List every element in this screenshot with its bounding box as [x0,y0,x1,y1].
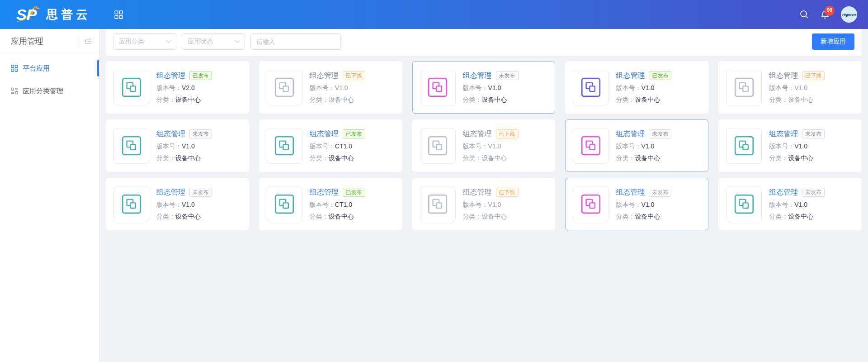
avatar[interactable]: Hignton [841,6,857,23]
version-value: V1.0 [182,143,195,150]
version-row: 版本号：V1.0 [616,143,671,151]
app-title-link[interactable]: 组态管理 [616,71,645,81]
category-label: 分类： [156,96,175,103]
filter-toolbar: 应用分类 应用状态 新增应用 [106,28,862,56]
app-icon-box [267,186,302,222]
app-title-link[interactable]: 组态管理 [310,188,339,197]
version-row: 版本号：V1.0 [616,84,671,92]
app-card-body: 组态管理 已发布 版本号：CT1.0 分类：设备中心 [310,188,365,221]
version-value: V1.0 [488,84,501,91]
app-title-link[interactable]: 组态管理 [769,188,798,197]
category-value: 设备中心 [329,154,354,162]
sidebar: 应用管理 平台应用 [0,29,99,362]
app-card[interactable]: 组态管理 已发布 版本号：V1.0 分类：设备中心 [565,61,708,114]
svg-text:SP: SP [16,6,37,23]
app-icon-box [113,128,149,164]
app-icon-box [726,186,762,222]
app-card-body: 组态管理 未发布 版本号：V1.0 分类：设备中心 [769,188,825,221]
overlapping-squares-icon [273,76,296,99]
category-row: 分类：设备中心 [769,213,825,221]
app-card[interactable]: 组态管理 已下线 版本号：V1.0 分类：设备中心 [412,178,556,230]
app-card[interactable]: 组态管理 已发布 版本号：V2.0 分类：设备中心 [106,61,249,114]
category-list-icon [11,87,18,95]
app-title-link[interactable]: 组态管理 [769,71,798,81]
app-icon-box [726,128,762,164]
status-badge: 已下线 [496,188,519,197]
apps-grid-icon[interactable] [114,10,123,19]
app-title-link[interactable]: 组态管理 [463,188,492,197]
notification-count-badge: 99 [825,6,835,16]
app-title-link[interactable]: 组态管理 [156,129,185,139]
brand-name: 思普云 [46,7,91,23]
app-icon-box [420,70,456,105]
search-icon[interactable] [799,10,809,19]
category-value: 设备中心 [788,154,813,162]
grid-icon [11,65,18,72]
sidebar-menu: 平台应用 应用分类管理 [0,53,99,102]
app-card-body: 组态管理 已下线 版本号：V1.0 分类：设备中心 [463,188,519,221]
brand-logo[interactable]: SP 思普云 [14,5,91,24]
app-category-select[interactable]: 应用分类 [113,33,176,50]
avatar-label: Hignton [842,13,856,17]
status-badge: 未发布 [802,129,825,138]
category-label: 分类： [616,154,635,162]
status-badge: 已发布 [343,188,365,197]
category-value: 设备中心 [635,96,660,103]
app-title-link[interactable]: 组态管理 [156,71,185,81]
app-title-link[interactable]: 组态管理 [769,129,798,139]
category-label: 分类： [616,213,635,220]
app-status-select[interactable]: 应用状态 [182,33,245,50]
app-status-select-value: 应用状态 [188,38,213,46]
app-card[interactable]: 组态管理 已发布 版本号：CT1.0 分类：设备中心 [259,119,402,172]
category-row: 分类：设备中心 [463,96,519,104]
version-label: 版本号： [616,201,641,208]
app-icon-box [573,186,609,222]
app-card[interactable]: 组态管理 已下线 版本号：V1.0 分类：设备中心 [718,61,862,114]
app-card[interactable]: 组态管理 未发布 版本号：V1.0 分类：设备中心 [106,178,249,230]
app-card[interactable]: 组态管理 未发布 版本号：V1.0 分类：设备中心 [565,178,708,230]
app-title-link[interactable]: 组态管理 [616,129,645,139]
app-title-link[interactable]: 组态管理 [310,129,339,139]
app-card[interactable]: 组态管理 未发布 版本号：V1.0 分类：设备中心 [412,61,556,114]
sidebar-item-app-category-management[interactable]: 应用分类管理 [0,80,99,102]
sidebar-item-platform-apps[interactable]: 平台应用 [0,57,99,80]
version-label: 版本号： [310,84,335,91]
app-card-grid: 组态管理 已发布 版本号：V2.0 分类：设备中心 组态管理 已下线 [106,61,862,230]
app-card[interactable]: 组态管理 未发布 版本号：V1.0 分类：设备中心 [106,119,249,172]
category-row: 分类：设备中心 [463,213,519,221]
status-badge: 已发布 [189,71,212,80]
category-value: 设备中心 [482,154,507,162]
notification-bell-icon[interactable]: 99 [820,10,830,19]
app-card[interactable]: 组态管理 未发布 版本号：V1.0 分类：设备中心 [565,119,708,172]
app-title-link[interactable]: 组态管理 [463,129,492,139]
version-value: V1.0 [641,143,654,150]
app-card[interactable]: 组态管理 已下线 版本号：V1.0 分类：设备中心 [412,119,556,172]
app-card[interactable]: 组态管理 已下线 版本号：V1.0 分类：设备中心 [259,61,402,114]
status-badge: 已下线 [802,71,825,80]
search-input[interactable] [250,33,341,50]
app-title-link[interactable]: 组态管理 [616,188,645,197]
app-title-link[interactable]: 组态管理 [463,71,492,81]
version-row: 版本号：V1.0 [156,143,212,151]
status-badge: 未发布 [649,188,671,197]
version-label: 版本号： [769,201,794,208]
app-title-link[interactable]: 组态管理 [310,71,339,81]
category-value: 设备中心 [482,213,507,220]
app-card[interactable]: 组态管理 未发布 版本号：V1.0 分类：设备中心 [718,119,862,172]
version-value: V1.0 [794,143,807,150]
overlapping-squares-icon [733,134,755,157]
main-content: 平台应用 应用分类 应用状态 新增应用 组态管理 已发布 版 [99,0,868,230]
app-card[interactable]: 组态管理 已发布 版本号：CT1.0 分类：设备中心 [259,178,402,230]
app-title-link[interactable]: 组态管理 [156,188,185,197]
app-card[interactable]: 组态管理 未发布 版本号：V1.0 分类：设备中心 [718,178,862,230]
app-icon-box [573,128,609,164]
version-row: 版本号：V2.0 [156,84,212,92]
app-card-body: 组态管理 已下线 版本号：V1.0 分类：设备中心 [769,71,825,104]
category-label: 分类： [463,154,482,162]
status-badge: 未发布 [189,188,212,197]
app-icon-box [267,70,302,105]
add-application-button[interactable]: 新增应用 [812,33,854,50]
category-value: 设备中心 [329,96,354,103]
collapse-sidebar-icon[interactable] [78,35,93,48]
chevron-down-icon [166,38,171,43]
